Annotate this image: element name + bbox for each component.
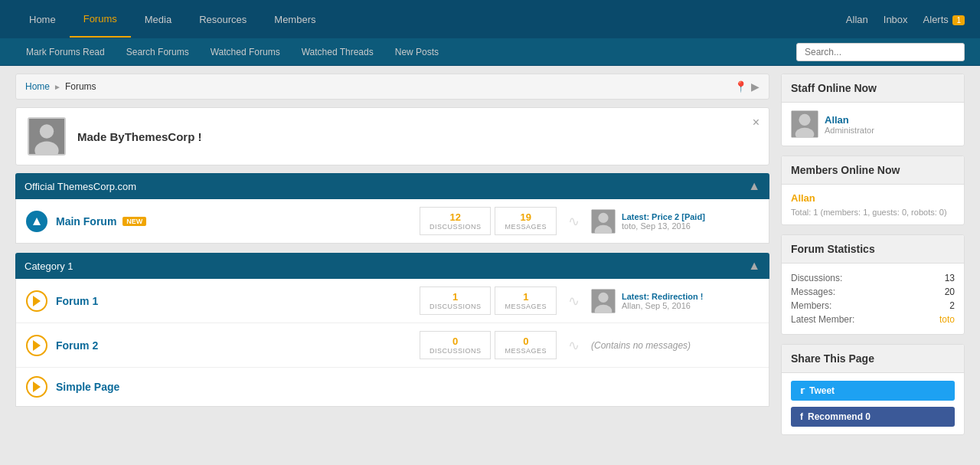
latest-post-1: Latest: Redirection ! Allan, Sep 5, 2016	[591, 289, 760, 313]
stats-row-messages: Messages: 20	[791, 285, 955, 299]
forum-statistics-header: Forum Statistics	[782, 235, 964, 264]
new-badge-main: NEW	[122, 217, 146, 226]
latest-meta-1: Allan, Sep 5, 2016	[622, 301, 703, 310]
watched-threads[interactable]: Watched Threads	[291, 41, 384, 64]
forum-name-main: Main Forum NEW	[56, 215, 412, 228]
discussions-box-2: 0 DISCUSSIONS	[420, 331, 492, 359]
share-this-page-box: Share This Page 𝕣 Tweet f Recommend 0	[781, 344, 965, 435]
forum-name-link-main: Main Forum NEW	[56, 215, 412, 228]
nav-forums[interactable]: Forums	[70, 2, 131, 38]
share-this-page-body: 𝕣 Tweet f Recommend 0	[782, 373, 964, 434]
sidebar: Staff Online Now Allan Administrator	[781, 74, 965, 465]
members-online-name[interactable]: Allan	[791, 192, 955, 204]
category-toggle-cat1[interactable]: ▲	[748, 259, 760, 273]
nav-user[interactable]: Allan	[846, 14, 868, 25]
svg-marker-3	[33, 218, 41, 225]
forum-section-official: Official ThemesCorp.com ▲ M	[15, 173, 769, 244]
facebook-recommend-button[interactable]: f Recommend 0	[791, 407, 955, 427]
category-header-cat1: Category 1 ▲	[15, 253, 769, 279]
stats-latest-member-val[interactable]: toto	[939, 314, 955, 325]
breadcrumb: Home ► Forums 📍 ▶	[15, 74, 769, 100]
forum-name-simple: Simple Page	[56, 381, 760, 393]
rss-icon-1[interactable]: ∿	[568, 293, 580, 309]
rss-icon-main[interactable]: ∿	[568, 213, 580, 230]
search-input[interactable]	[796, 43, 965, 61]
discussions-box-main: 12 DISCUSSIONS	[420, 207, 492, 235]
forum-section-cat1: Category 1 ▲ Forum 1	[15, 253, 769, 407]
nav-resources[interactable]: Resources	[185, 2, 260, 37]
latest-title-1[interactable]: Latest: Redirection !	[622, 292, 703, 301]
nav-alerts[interactable]: Alerts 1	[923, 14, 965, 25]
forum-row-main: Main Forum NEW 12 DISCUSSIONS 19 MESSAGE…	[16, 199, 769, 243]
discussions-label-main: DISCUSSIONS	[430, 223, 482, 231]
promo-avatar	[28, 117, 66, 156]
nav-media[interactable]: Media	[131, 2, 185, 37]
latest-info-1: Latest: Redirection ! Allan, Sep 5, 2016	[622, 292, 703, 310]
forum-link-main[interactable]: Main Forum	[56, 215, 116, 228]
svg-point-14	[799, 114, 810, 126]
discussions-num-1: 1	[430, 291, 482, 303]
new-posts[interactable]: New Posts	[384, 41, 449, 64]
messages-label-2: MESSAGES	[505, 347, 547, 355]
category-toggle-official[interactable]: ▲	[748, 179, 760, 193]
stats-messages-val: 20	[945, 287, 955, 297]
latest-avatar-main	[591, 209, 616, 234]
forum-body-official: Main Forum NEW 12 DISCUSSIONS 19 MESSAGE…	[15, 199, 769, 244]
discussions-num-main: 12	[430, 211, 482, 223]
messages-num-main: 19	[505, 211, 547, 223]
messages-box-1: 1 MESSAGES	[495, 287, 557, 315]
twitter-icon: 𝕣	[800, 385, 805, 396]
forum-stats-2: 0 DISCUSSIONS 0 MESSAGES	[420, 331, 557, 359]
breadcrumb-separator: ►	[54, 83, 61, 91]
members-online-header: Members Online Now	[782, 156, 964, 185]
forum-link-1[interactable]: Forum 1	[56, 295, 98, 307]
latest-avatar-1	[591, 289, 616, 313]
latest-title-main[interactable]: Latest: Price 2 [Paid]	[622, 212, 705, 221]
close-icon[interactable]: ×	[753, 116, 760, 129]
rss-icon-2[interactable]: ∿	[568, 337, 580, 354]
messages-num-2: 0	[505, 336, 547, 347]
forum-stats-main: 12 DISCUSSIONS 19 MESSAGES	[420, 207, 557, 235]
forum-link-2[interactable]: Forum 2	[56, 339, 98, 352]
share-buttons: 𝕣 Tweet f Recommend 0	[791, 381, 955, 427]
forum-name-1: Forum 1	[56, 295, 412, 307]
stats-members-val: 2	[949, 300, 955, 311]
notification-badge: 1	[952, 15, 965, 25]
stats-latest-member-label: Latest Member:	[791, 314, 854, 325]
staff-online-box: Staff Online Now Allan Administrator	[781, 74, 965, 146]
staff-name[interactable]: Allan	[825, 114, 874, 126]
nav-right: Allan Inbox Alerts 1	[846, 14, 965, 25]
svg-marker-11	[33, 340, 41, 351]
stats-row-latest-member: Latest Member: toto	[791, 313, 955, 326]
svg-point-9	[598, 292, 608, 302]
breadcrumb-actions: 📍 ▶	[734, 80, 760, 93]
navigate-icon[interactable]: ▶	[751, 80, 760, 93]
discussions-num-2: 0	[430, 336, 482, 347]
forum-circle-main	[26, 211, 47, 232]
no-messages-2: (Contains no messages)	[591, 340, 691, 351]
messages-label-1: MESSAGES	[505, 303, 547, 310]
watched-forums[interactable]: Watched Forums	[200, 41, 291, 64]
members-online-box: Members Online Now Allan Total: 1 (membe…	[781, 156, 965, 225]
forum-link-simple[interactable]: Simple Page	[56, 381, 119, 393]
discussions-label-1: DISCUSSIONS	[430, 303, 482, 310]
messages-box-2: 0 MESSAGES	[495, 331, 557, 359]
nav-inbox[interactable]: Inbox	[884, 14, 908, 25]
discussions-label-2: DISCUSSIONS	[430, 347, 482, 355]
facebook-icon: f	[800, 411, 803, 422]
search-forums[interactable]: Search Forums	[116, 41, 200, 64]
content-area: Home ► Forums 📍 ▶ Made ByThemesCorp ! ×	[15, 74, 769, 465]
tweet-label: Tweet	[809, 385, 835, 396]
tweet-button[interactable]: 𝕣 Tweet	[791, 381, 955, 401]
nav-members[interactable]: Members	[260, 2, 329, 37]
forum-circle-2	[26, 335, 47, 356]
breadcrumb-home[interactable]: Home	[25, 81, 50, 92]
latest-post-main: Latest: Price 2 [Paid] toto, Sep 13, 201…	[591, 209, 760, 234]
category-title-official: Official ThemesCorp.com	[24, 181, 136, 192]
promo-text: Made ByThemesCorp !	[77, 130, 202, 143]
staff-role: Administrator	[825, 126, 874, 135]
nav-home[interactable]: Home	[15, 2, 70, 37]
location-icon[interactable]: 📍	[734, 80, 747, 93]
latest-date-main: Sep 13, 2016	[640, 221, 690, 231]
mark-forums-read[interactable]: Mark Forums Read	[15, 41, 116, 64]
